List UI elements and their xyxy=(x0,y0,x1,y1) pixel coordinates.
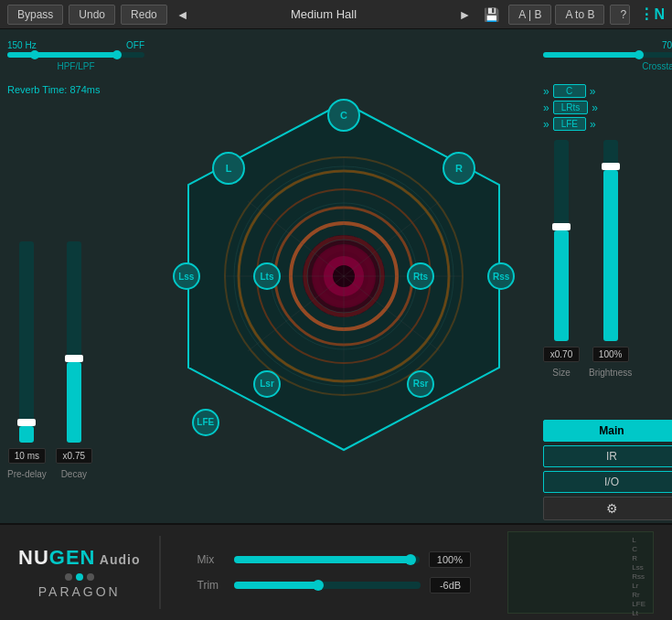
brightness-value[interactable]: 100% xyxy=(592,347,629,362)
routing-btn-lfe[interactable]: LFE xyxy=(553,117,586,131)
nugen-logo: NUGEN Audio PARAGON xyxy=(18,546,141,599)
main-button[interactable]: Main xyxy=(543,420,672,442)
reverb-time: Reverb Time: 874ms xyxy=(7,84,144,95)
speaker-rsr[interactable]: Rsr xyxy=(407,370,434,398)
routing-arrow-3: » xyxy=(543,102,549,114)
toolbar: Bypass Undo Redo ◄ Medium Hall ► 💾 A | B… xyxy=(0,0,672,29)
product-name: PARAGON xyxy=(38,584,121,599)
ch-Rss: Rss xyxy=(632,572,645,581)
speaker-l[interactable]: L xyxy=(212,152,245,185)
prev-preset-button[interactable]: ◄ xyxy=(173,5,193,25)
save-button[interactable]: 💾 xyxy=(480,5,503,25)
ab-toggle-button[interactable]: A | B xyxy=(508,5,551,25)
crosstalk-row: 70% Crosstalk xyxy=(543,37,672,75)
next-preset-button[interactable]: ► xyxy=(454,5,475,25)
routing-area: » C » » LRts » » LFE » xyxy=(543,84,672,131)
mix-controls: Mix 100% Trim -6dB xyxy=(179,551,490,593)
routing-btn-lrts[interactable]: LRts xyxy=(553,101,589,114)
ir-button[interactable]: IR xyxy=(543,445,672,467)
speaker-rss[interactable]: Rss xyxy=(487,262,515,290)
undo-button[interactable]: Undo xyxy=(69,5,115,25)
ch-Lr: Lr xyxy=(632,582,645,590)
speaker-c[interactable]: C xyxy=(327,99,360,132)
size-value[interactable]: x0.70 xyxy=(543,347,580,362)
mix-label: Mix xyxy=(197,553,225,566)
size-label: Size xyxy=(552,368,570,378)
predelay-track[interactable] xyxy=(19,241,34,443)
bottom-panel: NUGEN Audio PARAGON Mix 100% Trim -6dB xyxy=(0,523,672,620)
right-faders-row: x0.70 Size 100% Brightness xyxy=(543,140,672,414)
brightness-label: Brightness xyxy=(589,368,632,378)
trim-value[interactable]: -6dB xyxy=(430,577,471,593)
ch-C: C xyxy=(632,545,645,553)
speaker-lsr[interactable]: Lsr xyxy=(253,370,281,398)
decay-value[interactable]: x0.75 xyxy=(56,448,92,464)
routing-btn-c[interactable]: C xyxy=(553,84,586,98)
speaker-lss[interactable]: Lss xyxy=(173,262,200,290)
trim-row: Trim -6dB xyxy=(197,577,472,593)
ch-R: R xyxy=(632,554,645,562)
dot-2 xyxy=(76,573,83,581)
brightness-track[interactable] xyxy=(603,140,618,341)
speaker-rts[interactable]: Rts xyxy=(407,262,434,290)
mix-row: Mix 100% xyxy=(197,551,472,568)
ch-L: L xyxy=(632,536,645,544)
center-area: C L R Lts Rts Lss Rss Lsr Rsr LFE xyxy=(152,29,536,523)
bottom-divider xyxy=(159,536,161,609)
decay-label: Decay xyxy=(61,469,87,479)
size-fader: x0.70 Size xyxy=(543,140,580,378)
hpf-value: 150 Hz xyxy=(7,40,37,50)
speaker-r[interactable]: R xyxy=(443,152,475,185)
routing-row-lfe: » LFE » xyxy=(543,117,672,131)
brand-dots xyxy=(65,573,94,581)
crosstalk-name: Crosstalk xyxy=(543,61,672,71)
atob-button[interactable]: A to B xyxy=(555,5,604,25)
redo-button[interactable]: Redo xyxy=(121,5,167,25)
help-button[interactable]: ? xyxy=(610,5,630,25)
size-track[interactable] xyxy=(554,140,569,341)
mix-slider[interactable] xyxy=(234,556,420,563)
ch-Rr: Rr xyxy=(632,591,645,599)
routing-arrow-5: » xyxy=(543,118,549,131)
predelay-value[interactable]: 10 ms xyxy=(8,448,46,464)
brand-name: NUGEN Audio xyxy=(18,546,141,570)
action-buttons: Main IR I/O ⚙ xyxy=(543,420,672,520)
routing-arrow-1: » xyxy=(543,85,549,98)
ab-group: A | B A to B xyxy=(508,5,604,25)
bypass-button[interactable]: Bypass xyxy=(7,5,63,25)
lpf-value: OFF xyxy=(126,40,144,50)
trim-label: Trim xyxy=(197,579,225,592)
brightness-fader: 100% Brightness xyxy=(589,140,632,378)
left-panel: 150 Hz OFF HPF/LPF Reverb Time: 874ms 10… xyxy=(0,29,152,523)
meter-bars-container: L C R Lss Rss Lr Rr LFE Lt Rt xyxy=(632,536,649,620)
predelay-fader: 10 ms Pre-delay xyxy=(7,241,47,479)
hexagon-container: C L R Lts Rts Lss Rss Lsr Rsr LFE xyxy=(152,84,536,468)
trim-slider[interactable] xyxy=(234,582,421,589)
routing-row-lrts: » LRts » xyxy=(543,101,672,114)
preset-name: Medium Hall xyxy=(198,7,450,21)
settings-button[interactable]: ⚙ xyxy=(543,497,672,520)
decay-fader: x0.75 Decay xyxy=(56,241,92,479)
decay-track[interactable] xyxy=(67,241,81,443)
channel-labels: L C R Lss Rss Lr Rr LFE Lt Rt xyxy=(632,536,645,620)
ch-LFE: LFE xyxy=(632,600,645,608)
mix-value[interactable]: 100% xyxy=(429,551,471,568)
brand-audio: Audio xyxy=(95,552,140,567)
predelay-label: Pre-delay xyxy=(7,469,47,479)
dot-1 xyxy=(65,573,72,581)
ch-Lss: Lss xyxy=(632,563,645,572)
ch-Lt: Lt xyxy=(632,609,645,617)
brand-nu: NU xyxy=(18,546,49,569)
meter-panel: L C R Lss Rss Lr Rr LFE Lt Rt xyxy=(507,531,654,614)
routing-arrow-6: » xyxy=(590,118,596,131)
hpf-lpf-slider[interactable] xyxy=(7,52,144,58)
crosstalk-slider[interactable] xyxy=(543,52,672,58)
speaker-lfe[interactable]: LFE xyxy=(192,409,219,436)
io-button[interactable]: I/O xyxy=(543,471,672,493)
n-logo: ⋮N xyxy=(639,5,665,23)
dot-3 xyxy=(87,573,94,581)
filter-name-label: HPF/LPF xyxy=(7,61,144,71)
right-panel: 70% Crosstalk » C » » LRts » » LFE » xyxy=(536,29,672,523)
crosstalk-pct: 70% xyxy=(543,40,672,50)
speaker-lts[interactable]: Lts xyxy=(253,262,281,290)
